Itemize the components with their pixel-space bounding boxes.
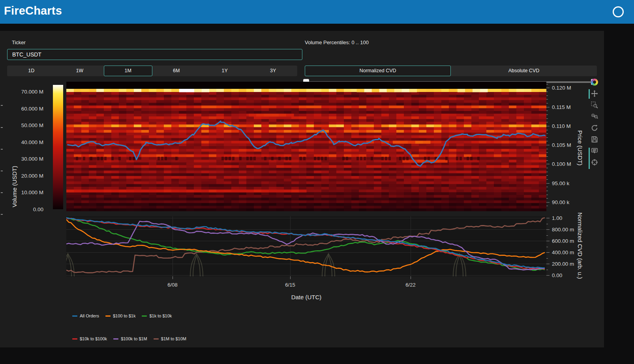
price-tick-label: 0.120 M bbox=[552, 85, 571, 91]
cvd-tick-label: 200.00 m bbox=[552, 261, 574, 267]
app-title: FireCharts bbox=[4, 4, 62, 17]
legend-item[interactable]: $1M to $10M bbox=[154, 336, 186, 341]
price-tick bbox=[546, 92, 548, 92]
price-tick bbox=[546, 202, 550, 203]
legend-item[interactable]: $100k to $1M bbox=[113, 336, 147, 341]
price-tick bbox=[546, 172, 548, 172]
colorbar-axis-title: Volume (USDT) bbox=[11, 166, 18, 207]
cvd-tick-label: 600.00 m bbox=[552, 238, 574, 244]
volume-colorbar bbox=[53, 85, 63, 209]
price-tick-label: 95.00 k bbox=[552, 180, 569, 186]
edge-tick bbox=[1, 127, 3, 128]
price-tick bbox=[546, 187, 548, 187]
ticker-input[interactable] bbox=[7, 49, 302, 60]
colorbar-tick-label: 70.000 M bbox=[0, 89, 43, 95]
date-tick-label: 6/15 bbox=[278, 282, 302, 288]
cvd-tick bbox=[546, 235, 548, 236]
cvd-tick-label: 400.00 m bbox=[552, 250, 574, 255]
zoom-box-icon[interactable] bbox=[591, 101, 598, 109]
range-button-1w[interactable]: 1W bbox=[56, 66, 104, 76]
spikelines-icon[interactable] bbox=[591, 158, 598, 166]
volume-percentiles-label: Volume Percentiles: 0 .. 100 bbox=[305, 39, 369, 45]
price-tick bbox=[546, 122, 548, 122]
date-tick bbox=[290, 276, 291, 279]
cvd-mode-button-normalized-cvd[interactable]: Normalized CVD bbox=[305, 66, 451, 76]
normalized-cvd-chart[interactable] bbox=[66, 216, 546, 276]
edge-tick bbox=[1, 105, 3, 106]
colorbar-tick-label: 60.000 M bbox=[0, 106, 43, 112]
range-button-1d[interactable]: 1D bbox=[7, 66, 56, 76]
range-button-1m[interactable]: 1M bbox=[104, 66, 152, 76]
colorbar-tick-label: 0.00 bbox=[0, 206, 43, 212]
date-tick-label: 6/08 bbox=[161, 282, 184, 288]
legend-item[interactable]: $1k to $10k bbox=[142, 313, 172, 318]
modebar-active-indicator bbox=[589, 148, 590, 169]
cvd-tick-label: 1.00 bbox=[552, 215, 562, 221]
comment-icon[interactable] bbox=[591, 147, 598, 155]
range-button-1y[interactable]: 1Y bbox=[201, 66, 249, 76]
price-tick bbox=[546, 206, 548, 206]
cvd-axis-title: Normalized CVD (arb. u.) bbox=[577, 212, 583, 279]
price-tick bbox=[546, 103, 548, 103]
main-panel: Ticker Volume Percentiles: 0 .. 100 1D1W… bbox=[0, 31, 604, 347]
legend-label: All Orders bbox=[80, 313, 99, 318]
save-icon[interactable] bbox=[591, 135, 598, 143]
legend-dash-icon bbox=[105, 315, 111, 317]
legend-label: $100k to $1M bbox=[121, 336, 147, 341]
date-tick bbox=[173, 276, 173, 279]
legend-item[interactable]: All Orders bbox=[72, 313, 99, 318]
price-tick bbox=[546, 149, 548, 149]
price-tick bbox=[546, 191, 548, 191]
price-heatmap-chart[interactable] bbox=[66, 82, 546, 211]
price-tick bbox=[546, 160, 548, 161]
price-tick bbox=[546, 99, 548, 99]
reset-axes-icon[interactable] bbox=[591, 124, 598, 132]
price-tick bbox=[546, 130, 548, 130]
pan-icon[interactable] bbox=[591, 90, 598, 98]
account-circle-icon[interactable] bbox=[613, 6, 624, 17]
timerange-button-group: 1D1W1M6M1Y3Y bbox=[7, 66, 297, 76]
edge-tick bbox=[1, 192, 3, 193]
colorbar-tick-label: 50.000 M bbox=[0, 122, 43, 128]
cvd-tick bbox=[546, 252, 550, 253]
price-tick bbox=[546, 168, 548, 168]
price-tick bbox=[546, 152, 548, 153]
legend-row: $10k to $100k$100k to $1M$1M to $10M bbox=[72, 336, 186, 341]
price-tick bbox=[546, 96, 548, 96]
price-tick bbox=[546, 156, 548, 157]
legend-item[interactable]: $100 to $1k bbox=[105, 313, 136, 318]
legend-label: $10k to $100k bbox=[80, 336, 107, 341]
price-tick bbox=[546, 179, 548, 180]
app-header: FireCharts bbox=[0, 0, 634, 24]
legend-label: $1M to $10M bbox=[161, 336, 186, 341]
price-tick bbox=[546, 126, 550, 126]
price-tick bbox=[546, 141, 548, 141]
legend-item[interactable]: $10k to $100k bbox=[72, 336, 107, 341]
price-tick-label: 0.100 M bbox=[552, 161, 571, 167]
price-tick bbox=[546, 198, 548, 199]
legend-dash-icon bbox=[72, 315, 77, 317]
legend-label: $1k to $10k bbox=[149, 313, 172, 318]
plotly-logo-icon[interactable] bbox=[591, 78, 598, 86]
legend-dash-icon bbox=[154, 338, 159, 340]
cvd-tick-label: 0.00 bbox=[552, 272, 562, 278]
price-tick bbox=[546, 114, 548, 115]
colorbar-tick-label: 40.000 M bbox=[0, 139, 43, 145]
range-button-3y[interactable]: 3Y bbox=[249, 66, 298, 76]
zoom-in-out-icon[interactable] bbox=[591, 113, 598, 120]
edge-tick bbox=[1, 214, 3, 215]
price-tick bbox=[546, 88, 550, 88]
colorbar-tick-label: 20.000 M bbox=[0, 173, 43, 179]
price-tick bbox=[546, 195, 548, 195]
price-tick bbox=[546, 164, 550, 164]
cvd-tick-label: 800.00 m bbox=[552, 227, 574, 233]
date-tick-label: 6/22 bbox=[399, 282, 422, 288]
edge-tick bbox=[1, 171, 3, 171]
legend-dash-icon bbox=[113, 338, 118, 340]
cvd-tick bbox=[546, 224, 548, 224]
cvd-tick bbox=[546, 229, 550, 230]
cvd-mode-button-absolute-cvd[interactable]: Absolute CVD bbox=[451, 66, 597, 76]
range-button-6m[interactable]: 6M bbox=[152, 66, 201, 76]
legend-dash-icon bbox=[142, 315, 147, 317]
date-tick bbox=[411, 276, 411, 279]
